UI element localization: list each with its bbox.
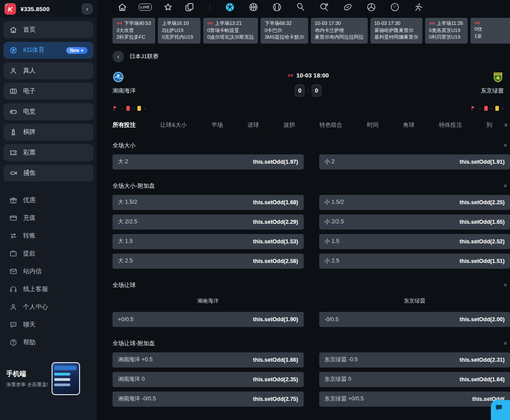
odds-cell[interactable]: -0/0.5this.setOdd(2.00) (319, 312, 510, 327)
chat-fab-button[interactable] (491, 400, 510, 420)
away-team-name: 东京绿茵 (481, 87, 504, 95)
back-button[interactable]: ‹ (112, 51, 124, 62)
ticker-card-0[interactable]: 下半场90:533大坎普2科罗拉多FC (112, 18, 155, 44)
bowling-icon[interactable] (390, 2, 400, 12)
live-icon (429, 20, 435, 26)
league-name: 日本J1联赛 (129, 52, 159, 61)
home-icon[interactable] (117, 2, 127, 12)
tabs-more-chevron-icon[interactable]: » (503, 123, 510, 127)
sidebar-item-label: 站内信 (23, 267, 42, 275)
odds-cell[interactable]: 小 1.5/2this.setOdd(2.25) (319, 195, 510, 210)
sidebar-item-6[interactable]: 彩票 (4, 144, 93, 161)
ticker-card-6[interactable]: 上半场11:260奥洛莫茨U190利贝雷茨U19 (425, 18, 468, 44)
copy-icon[interactable] (185, 2, 194, 12)
star-icon[interactable] (163, 2, 173, 12)
live-nav-badge[interactable]: LIVE (139, 4, 152, 11)
sidebar-item-label: KG体育 (23, 46, 44, 54)
table-tennis-icon[interactable] (319, 2, 329, 12)
away-stats-group: --- (470, 105, 504, 111)
sidebar-item-8[interactable]: 优惠 (4, 191, 93, 209)
sidebar-item-11[interactable]: 提款 (4, 245, 93, 262)
soccer-cyan-icon[interactable] (225, 2, 235, 12)
sidebar-item-15[interactable]: 聊天 (4, 316, 93, 334)
odds-value: this.setOdd(1.68) (253, 199, 298, 206)
ticker-home-team: 0佳 (474, 26, 509, 33)
ticker-away-team: 0克罗托内U19 (162, 34, 197, 41)
sidebar-item-2[interactable]: 真人 (4, 62, 93, 79)
section-collapse-chevron-icon[interactable]: » (502, 283, 509, 287)
section-title: 全场大小 (112, 141, 136, 149)
sidebar-expand-button[interactable]: › (82, 4, 92, 14)
tab-9[interactable]: 到 (486, 121, 492, 129)
odds-section-0: 全场大小»大 2this.setOdd(1.97)小 2this.setOdd(… (112, 141, 510, 170)
sidebar-item-5[interactable]: 棋牌 (4, 124, 93, 141)
odds-cell[interactable]: 大 2this.setOdd(1.97) (112, 154, 304, 170)
tab-8[interactable]: 特殊投注 (439, 121, 462, 129)
tab-3[interactable]: 进球 (247, 121, 259, 129)
basketball-icon[interactable] (249, 2, 258, 12)
odds-cell[interactable]: 小 2/2.5this.setOdd(1.65) (319, 214, 510, 230)
odds-cell[interactable]: 小 2this.setOdd(1.91) (319, 154, 510, 170)
volleyball-icon[interactable] (366, 2, 376, 12)
ticker-away-team: 3MS提拉哈卡默尔 (265, 34, 304, 41)
section-collapse-chevron-icon[interactable]: » (502, 184, 509, 187)
corner-flag-icon (470, 105, 476, 111)
tab-5[interactable]: 特色组合 (319, 121, 342, 129)
odds-cell[interactable]: 小 1.5this.setOdd(2.52) (319, 234, 510, 249)
odds-cell[interactable]: 东京绿茵 0this.setOdd(1.64) (319, 372, 510, 387)
ticker-card-7[interactable]: 0佳1泉 (470, 18, 510, 44)
sidebar-item-10[interactable]: 转账 (4, 227, 93, 245)
user-icon (9, 303, 17, 311)
section-collapse-chevron-icon[interactable]: » (502, 342, 509, 345)
odds-value: this.setOdd(1.64) (460, 376, 505, 383)
sidebar-item-14[interactable]: 个人中心 (4, 298, 93, 316)
baseball-icon[interactable] (272, 2, 282, 12)
sidebar-item-0[interactable]: 首页 (4, 21, 93, 38)
section-collapse-chevron-icon[interactable]: » (502, 144, 509, 147)
sidebar-item-13[interactable]: 线上客服 (4, 280, 93, 298)
brand-logo: K (4, 3, 16, 15)
sidebar-item-label: 电竞 (23, 108, 36, 116)
tab-1[interactable]: 让球&大小 (160, 121, 187, 129)
section-title: 全场让球-附加盘 (112, 339, 155, 347)
odds-cell[interactable]: 大 2.5this.setOdd(2.58) (112, 254, 304, 269)
tab-2[interactable]: 半场 (212, 121, 223, 129)
odds-cell[interactable]: 湘南海洋 +0.5this.setOdd(1.66) (112, 352, 304, 368)
sidebar-item-3[interactable]: 电子 (4, 83, 93, 100)
sidebar-item-4[interactable]: 电竞 (4, 103, 93, 120)
sidebar-item-16[interactable]: 帮助 (4, 334, 93, 351)
odds-value: this.setOdd(2.00) (460, 316, 505, 323)
odds-cell[interactable]: 湘南海洋 0this.setOdd(2.35) (112, 372, 304, 387)
sidebar-item-9[interactable]: 充值 (4, 209, 93, 227)
ticker-card-4[interactable]: 10-03 17:30布内卡兰萨维夏普尔布内阿拉拉阿拉 (311, 18, 368, 44)
ticker-time: 10-03 17:30 (315, 20, 364, 27)
ticker-home-team: 2比萨U19 (162, 27, 197, 34)
tab-7[interactable]: 角球 (403, 121, 414, 129)
section-column-headers: 湘南海洋东京绿茵 (112, 297, 510, 305)
ticker-card-2[interactable]: 上半场13:210普瑞卡帕提亚0波尔塔瓦沃尔斯克拉 (203, 18, 258, 44)
athletics-icon[interactable] (414, 2, 423, 12)
tab-0[interactable]: 所有投注 (112, 121, 136, 129)
odds-cell[interactable]: 大 2/2.5this.setOdd(2.29) (112, 214, 304, 230)
odds-cell[interactable]: 湘南海洋 -0/0.5this.setOdd(2.75) (112, 392, 304, 407)
tennis-racket-icon[interactable] (296, 2, 305, 12)
ticker-card-5[interactable]: 10-03 17:30霍德哈萨隆夏普尔基利亚特阿娜夏普尔 (370, 18, 422, 44)
top-nav-bar: LIVE (97, 0, 510, 14)
odds-label: 小 1.5 (325, 238, 339, 245)
section-title: 全场让球 (112, 281, 136, 289)
american-football-icon[interactable] (343, 2, 353, 12)
ticker-card-3[interactable]: 下半场68:320卡巴尔3MS提拉哈卡默尔 (261, 18, 308, 44)
sidebar-item-1[interactable]: KG体育New ✦ (4, 42, 93, 59)
odds-cell[interactable]: 小 2.5this.setOdd(1.51) (319, 254, 510, 269)
sidebar-item-12[interactable]: 站内信 (4, 262, 93, 280)
tab-6[interactable]: 时间 (367, 121, 378, 129)
chess-icon (9, 128, 17, 136)
odds-cell[interactable]: 大 1.5/2this.setOdd(1.68) (112, 195, 304, 210)
odds-cell[interactable]: 东京绿茵 -0.5this.setOdd(2.31) (319, 352, 510, 368)
ticker-card-1[interactable]: 上半场16:102比萨U190克罗托内U19 (158, 18, 201, 44)
odds-cell[interactable]: 东京绿茵 +0/0.5this.setOdd( (319, 392, 510, 407)
odds-cell[interactable]: 大 1.5this.setOdd(1.53) (112, 234, 304, 249)
tab-4[interactable]: 波胆 (283, 121, 295, 129)
odds-cell[interactable]: +0/0.5this.setOdd(1.90) (112, 312, 304, 327)
sidebar-item-7[interactable]: 捕鱼 (4, 165, 93, 182)
